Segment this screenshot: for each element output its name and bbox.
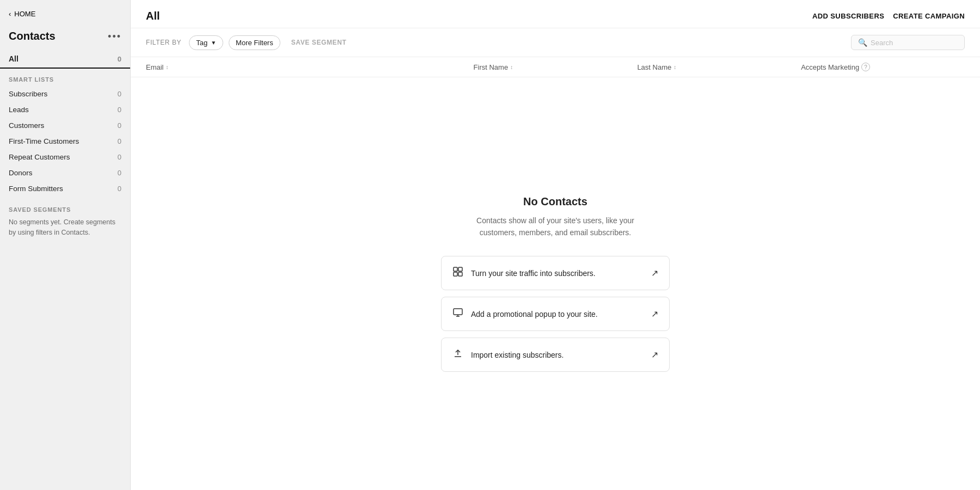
sidebar-item-label: Form Submitters xyxy=(9,185,63,193)
filter-bar: FILTER BY Tag ▼ More Filters SAVE SEGMEN… xyxy=(131,28,980,57)
table-header: Email ↕ First Name ↕ Last Name ↕ Accepts… xyxy=(131,57,980,77)
add-subscribers-button[interactable]: ADD SUBSCRIBERS xyxy=(812,12,884,20)
search-container: 🔍 xyxy=(851,35,965,50)
action-arrow-1: ↗ xyxy=(651,309,658,319)
sidebar-item-count: 0 xyxy=(118,169,121,177)
all-count: 0 xyxy=(118,55,121,63)
home-chevron-icon: ‹ xyxy=(9,10,11,18)
sidebar-item-count: 0 xyxy=(118,137,121,145)
sidebar-more-button[interactable]: ••• xyxy=(108,32,121,41)
sidebar-item-count: 0 xyxy=(118,121,121,130)
create-campaign-button[interactable]: CREATE CAMPAIGN xyxy=(893,12,965,20)
action-icon-2 xyxy=(452,348,463,362)
svg-rect-1 xyxy=(458,267,462,271)
filter-by-label: FILTER BY xyxy=(146,39,181,46)
tag-filter-button[interactable]: Tag ▼ xyxy=(189,35,223,50)
empty-actions: Turn your site traffic into subscribers.… xyxy=(441,256,670,372)
main-content: All ADD SUBSCRIBERS CREATE CAMPAIGN FILT… xyxy=(131,0,980,490)
empty-action-card-1[interactable]: Add a promotional popup to your site. ↗ xyxy=(441,297,670,331)
sidebar-item-repeat-customers[interactable]: Repeat Customers0 xyxy=(0,149,130,165)
main-header: All ADD SUBSCRIBERS CREATE CAMPAIGN xyxy=(131,0,980,28)
sidebar-header: Contacts ••• xyxy=(0,24,130,50)
save-segment-button[interactable]: SAVE SEGMENT xyxy=(286,36,352,49)
header-actions: ADD SUBSCRIBERS CREATE CAMPAIGN xyxy=(812,12,965,20)
action-left-1: Add a promotional popup to your site. xyxy=(452,307,598,321)
saved-segments-text: No segments yet. Create segments by usin… xyxy=(9,217,121,238)
sidebar-item-label: Leads xyxy=(9,106,29,114)
col-first-name-label: First Name xyxy=(474,63,509,71)
sidebar-item-count: 0 xyxy=(118,106,121,114)
email-sort-icon: ↕ xyxy=(166,64,169,70)
sidebar-item-all[interactable]: All 0 xyxy=(0,50,130,69)
action-left-2: Import existing subscribers. xyxy=(452,348,564,362)
all-label: All xyxy=(9,54,19,63)
sidebar-item-count: 0 xyxy=(118,90,121,98)
sidebar-item-customers[interactable]: Customers0 xyxy=(0,118,130,133)
empty-action-card-2[interactable]: Import existing subscribers. ↗ xyxy=(441,338,670,372)
empty-state: No Contacts Contacts show all of your si… xyxy=(131,77,980,490)
tag-chevron-icon: ▼ xyxy=(211,40,216,46)
action-icon-0 xyxy=(452,266,463,280)
sidebar-item-count: 0 xyxy=(118,153,121,161)
first-name-sort-icon: ↕ xyxy=(510,64,513,70)
col-last-name-label: Last Name xyxy=(637,63,671,71)
col-email-label: Email xyxy=(146,63,164,71)
action-text-2: Import existing subscribers. xyxy=(471,351,564,359)
sidebar-item-label: Subscribers xyxy=(9,90,47,98)
sidebar-item-first-time-customers[interactable]: First-Time Customers0 xyxy=(0,133,130,149)
search-icon: 🔍 xyxy=(858,38,867,47)
empty-subtitle: Contacts show all of your site's users, … xyxy=(468,215,642,239)
smart-lists-label: SMART LISTS xyxy=(0,71,130,86)
tag-label: Tag xyxy=(196,39,207,47)
sidebar-item-subscribers[interactable]: Subscribers0 xyxy=(0,86,130,102)
sidebar-item-form-submitters[interactable]: Form Submitters0 xyxy=(0,181,130,197)
empty-action-card-0[interactable]: Turn your site traffic into subscribers.… xyxy=(441,256,670,290)
saved-segments-section: SAVED SEGMENTS No segments yet. Create s… xyxy=(0,197,130,241)
contacts-title: Contacts xyxy=(9,30,56,42)
svg-rect-4 xyxy=(454,309,462,315)
sidebar-item-label: Repeat Customers xyxy=(9,153,70,161)
action-text-0: Turn your site traffic into subscribers. xyxy=(471,269,596,278)
action-icon-1 xyxy=(452,307,463,321)
action-arrow-0: ↗ xyxy=(651,268,658,278)
col-accepts-marketing-label: Accepts Marketing xyxy=(801,63,859,71)
svg-rect-0 xyxy=(454,267,457,271)
search-input[interactable] xyxy=(871,39,958,47)
sidebar-item-donors[interactable]: Donors0 xyxy=(0,165,130,181)
smart-lists: Subscribers0Leads0Customers0First-Time C… xyxy=(0,86,130,197)
svg-rect-2 xyxy=(454,272,457,276)
sidebar-item-count: 0 xyxy=(118,185,121,193)
empty-title: No Contacts xyxy=(523,195,587,208)
sidebar: ‹ HOME Contacts ••• All 0 SMART LISTS Su… xyxy=(0,0,131,490)
sidebar-item-label: First-Time Customers xyxy=(9,137,79,145)
accepts-marketing-help-icon[interactable]: ? xyxy=(861,63,870,71)
sidebar-item-label: Customers xyxy=(9,121,44,130)
col-accepts-marketing: Accepts Marketing ? xyxy=(801,63,965,71)
sidebar-item-label: Donors xyxy=(9,169,33,177)
col-last-name[interactable]: Last Name ↕ xyxy=(637,63,801,71)
saved-segments-label: SAVED SEGMENTS xyxy=(9,206,121,213)
col-first-name[interactable]: First Name ↕ xyxy=(474,63,638,71)
more-filters-button[interactable]: More Filters xyxy=(229,35,280,50)
home-label: HOME xyxy=(14,10,35,18)
col-email[interactable]: Email ↕ xyxy=(146,63,474,71)
last-name-sort-icon: ↕ xyxy=(673,64,676,70)
action-arrow-2: ↗ xyxy=(651,350,658,360)
home-link[interactable]: ‹ HOME xyxy=(0,0,130,24)
page-title: All xyxy=(146,10,160,22)
svg-rect-3 xyxy=(458,272,462,276)
action-left-0: Turn your site traffic into subscribers. xyxy=(452,266,596,280)
sidebar-item-leads[interactable]: Leads0 xyxy=(0,102,130,118)
action-text-1: Add a promotional popup to your site. xyxy=(471,310,598,318)
